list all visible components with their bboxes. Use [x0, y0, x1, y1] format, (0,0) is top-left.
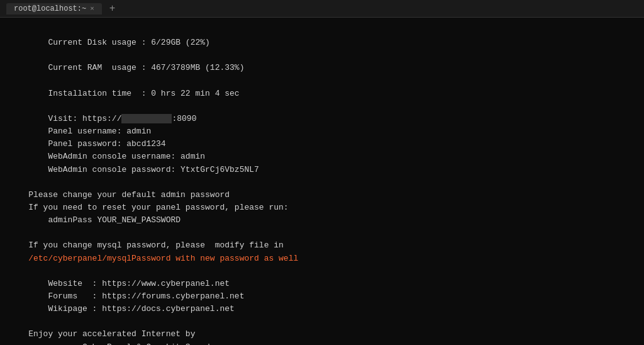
terminal-window[interactable]: Current Disk usage : 6/29GB (22%) Curren… [0, 18, 644, 345]
terminal-line: If you change mysql password, please mod… [9, 239, 635, 252]
terminal-line [9, 49, 635, 62]
terminal-line: Visit: https://:8090 [9, 113, 635, 125]
terminal-line [9, 100, 635, 113]
terminal-line: WebAdmin console username: admin [9, 150, 635, 163]
terminal-line: Forums : https://forums.cyberpanel.net [9, 290, 635, 303]
terminal-line: CyberPanel & OpenLiteSpeed [9, 341, 635, 345]
terminal-line: Panel username: admin [9, 125, 635, 138]
terminal-line [9, 75, 635, 88]
terminal-tab[interactable]: root@localhost:~ × [6, 3, 102, 14]
terminal-line: Current Disk usage : 6/29GB (22%) [9, 37, 635, 49]
terminal-line: adminPass YOUR_NEW_PASSWORD [9, 214, 635, 227]
add-tab-button[interactable]: + [109, 3, 116, 14]
terminal-line: Current RAM usage : 467/3789MB (12.33%) [9, 62, 635, 74]
terminal-line: Panel password: abcd1234 [9, 138, 635, 150]
title-bar: root@localhost:~ × + [0, 0, 644, 18]
terminal-line [9, 24, 635, 37]
terminal-line [9, 265, 635, 278]
terminal-line: Website : https://www.cyberpanel.net [9, 278, 635, 290]
terminal-line: Enjoy your accelerated Internet by [9, 328, 635, 341]
terminal-line: Wikipage : https://docs.cyberpanel.net [9, 303, 635, 315]
terminal-line: WebAdmin console password: YtxtGrCj6Vbz5… [9, 164, 635, 176]
terminal-line: If you need to reset your panel password… [9, 201, 635, 214]
terminal-line [9, 227, 635, 239]
terminal-line: Please change your default admin passwor… [9, 189, 635, 201]
close-tab-button[interactable]: × [90, 5, 94, 13]
tab-label: root@localhost:~ [14, 4, 86, 13]
terminal-line: /etc/cyberpanel/mysqlPassword with new p… [9, 252, 635, 265]
terminal-line [9, 176, 635, 189]
terminal-line [9, 315, 635, 328]
terminal-line: Installation time : 0 hrs 22 min 4 sec [9, 88, 635, 100]
